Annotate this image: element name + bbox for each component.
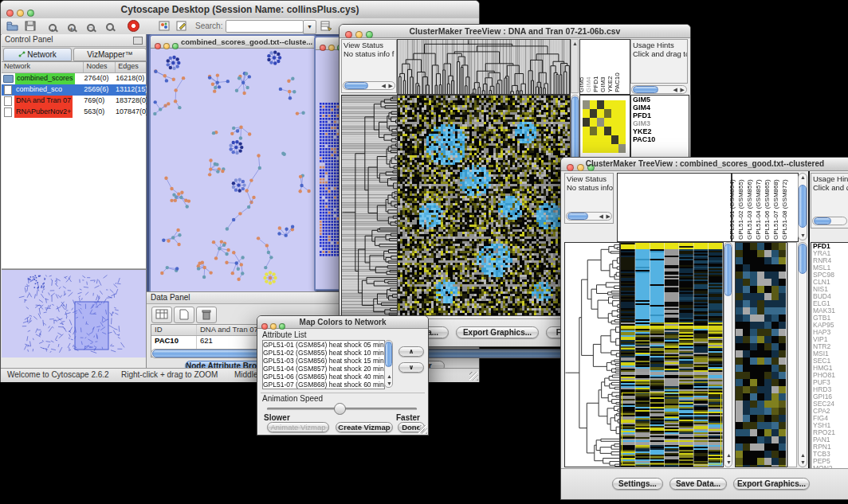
zoom-in-icon[interactable]: + [65, 20, 78, 32]
tv1-column-dendrogram[interactable] [397, 39, 571, 95]
tv2-heatmap[interactable] [620, 242, 724, 467]
network1-titlebar[interactable]: combined_scores_good.txt--cluste... [151, 36, 315, 49]
tv2-col-label[interactable]: GPL51-04 (GSM857) [755, 179, 762, 240]
tv1-zoom-cell [611, 100, 618, 109]
network-edges-count: 16218(0) [116, 73, 146, 84]
annotation-icon[interactable] [175, 20, 188, 32]
tv1-zoom-cell [611, 109, 618, 118]
tv1-row-label[interactable]: GIM3 [631, 119, 689, 127]
dialog-titlebar[interactable]: Map Colors to Network [257, 316, 428, 329]
save-session-icon[interactable] [23, 20, 37, 32]
tv2-settings-button[interactable]: Settings... [612, 478, 663, 490]
float-panel-icon[interactable] [133, 37, 143, 45]
move-up-button[interactable]: ∧ [398, 346, 424, 357]
network-table-row[interactable]: DNA and Tran 07769(0)183728(0) [2, 96, 146, 107]
help-lifering-icon[interactable] [127, 20, 140, 32]
search-input[interactable] [226, 20, 304, 33]
network-table-row[interactable]: RNAPuberNov2+563(0)107847(0) [2, 107, 146, 118]
tv2-top-vscrollbar[interactable]: ▲ ▼ [798, 173, 807, 240]
birdseye-canvas[interactable] [2, 270, 145, 357]
network-table-row[interactable]: combined_sco2569(6)13112(15) [2, 84, 146, 96]
tv1-zoom-cell [604, 109, 611, 118]
tv1-row-label[interactable]: PFD1 [631, 111, 689, 119]
tv1-heatmap[interactable] [397, 95, 571, 316]
attribute-list-item[interactable]: GPL51-03 (GSM856) heat shock 15 min [263, 357, 384, 365]
tv2-save-data-button[interactable]: Save Data... [669, 478, 727, 490]
open-session-icon[interactable] [6, 20, 19, 32]
attribute-list-scrollbar[interactable]: ▲ ▼ [384, 340, 393, 388]
tv1-row-label[interactable]: PAC10 [631, 135, 689, 143]
create-vizmap-button[interactable]: Create Vizmap [336, 422, 393, 432]
tab-network[interactable]: Network [3, 48, 72, 61]
search-dropdown-arrow[interactable]: ▼ [303, 20, 316, 34]
tv1-export-graphics-button[interactable]: Export Graphics... [456, 326, 539, 338]
treeview2-titlebar[interactable]: ClusterMaker TreeView : combined_scores_… [561, 158, 848, 171]
zoom-out-icon[interactable]: - [45, 20, 59, 32]
attribute-list[interactable]: GPL51-01 (GSM854) heat shock 05 minGPL51… [262, 340, 385, 389]
tv2-col-label[interactable]: GPL51-03 (GSM856) [746, 179, 753, 240]
tv2-col-label[interactable]: GPL51-06 (GSM865) [764, 179, 771, 240]
tv2-column-dendrogram-area[interactable] [617, 173, 732, 242]
new-attribute-icon[interactable] [174, 307, 194, 323]
birdseye-view[interactable] [2, 269, 146, 357]
delete-attribute-icon[interactable] [196, 307, 217, 323]
zoom-button[interactable] [172, 43, 179, 49]
zoom-selected-icon[interactable] [103, 20, 116, 32]
tv1-usage-hints: Usage Hints Click and drag to [630, 39, 688, 84]
tv2-hints-hscrollbar[interactable] [812, 217, 847, 225]
tv2-splitter[interactable] [787, 242, 797, 467]
tv1-row-label[interactable]: YKE2 [631, 127, 689, 135]
animate-vizmap-button[interactable]: Animate Vizmap [267, 422, 329, 432]
attribute-list-item[interactable]: GPL51-06 (GSM865) heat shock 40 min [263, 373, 384, 381]
attribute-select-icon[interactable] [151, 307, 172, 323]
attribute-list-item[interactable]: GPL51-01 (GSM854) heat shock 05 min [263, 341, 384, 349]
network-edges-count: 107847(0) [116, 107, 146, 118]
tv2-main-vscrollbar[interactable]: ▲ ▼ [724, 242, 732, 467]
minimize-button[interactable] [163, 43, 170, 49]
tv1-row-label[interactable]: GIM4 [631, 104, 689, 111]
tv2-col-label[interactable]: GPL51-08 (GSM872) [781, 179, 788, 240]
network-nodes-count: 2764(0) [84, 73, 116, 84]
tv2-list-vscrollbar[interactable]: ▲ ▼ [798, 242, 807, 467]
network-table-row[interactable]: combined_scores2764(0)16218(0) [2, 73, 146, 84]
tv2-col-label[interactable]: GPL51-01 (GSM854) [728, 179, 736, 240]
attribute-browser-icon[interactable] [320, 20, 333, 32]
tv2-col-label[interactable]: GPL51-07 (GSM868) [772, 179, 779, 240]
tv2-gene-list[interactable]: PFD1YRA1RNR4MSL1SPC98CLN1NIS1BUD4ELG1MAK… [811, 242, 848, 469]
minimize-button[interactable] [328, 45, 335, 51]
tv2-col-label[interactable]: GPL51-02 (GSM855) [737, 179, 744, 240]
tv2-export-graphics-button[interactable]: Export Graphics... [733, 478, 810, 490]
main-titlebar[interactable]: Cytoscape Desktop (Session Name: collins… [1, 1, 479, 19]
close-button[interactable] [155, 43, 161, 49]
tv1-zoom-cell [611, 118, 618, 127]
tab-vizmapper[interactable]: VizMapper™ [73, 48, 147, 61]
tv1-col-label[interactable]: PFD1 [592, 76, 599, 92]
resize-grip[interactable] [418, 425, 427, 434]
tv1-col-label[interactable]: YKE2 [607, 76, 614, 92]
network1-canvas[interactable] [151, 49, 312, 290]
tv1-col-label[interactable]: GIM3 [599, 76, 607, 92]
tv1-status-hscrollbar[interactable]: ◀ ▶ [343, 81, 395, 90]
tv1-row-dendrogram[interactable] [341, 95, 398, 316]
tv1-zoom-heatmap[interactable] [583, 100, 626, 153]
tv2-status-hscrollbar[interactable]: ◀ ▶ [566, 212, 612, 221]
attribute-list-item[interactable]: GPL51-07 (GSM868) heat shock 60 min [263, 381, 384, 389]
move-down-button[interactable]: ∨ [398, 362, 424, 373]
treeview1-titlebar[interactable]: ClusterMaker TreeView : DNA and Tran 07-… [340, 25, 690, 38]
attribute-list-item[interactable]: GPL51-02 (GSM855) heat shock 10 min [263, 349, 384, 357]
tv1-col-label[interactable]: GIM5 [578, 76, 585, 92]
tv1-zoom-cell [604, 144, 611, 153]
speed-slider-thumb[interactable] [334, 403, 346, 415]
tv1-col-label[interactable]: GIM4 [585, 76, 592, 92]
tv2-zoom-heatmap[interactable] [735, 242, 787, 467]
vizmapper-icon[interactable] [157, 20, 171, 32]
tv1-row-label[interactable]: GIM5 [631, 96, 689, 104]
attribute-list-item[interactable]: GPL51-04 (GSM857) heat shock 20 min [263, 365, 384, 373]
zoom-fit-icon[interactable]: □ [84, 20, 97, 32]
tv1-col-label[interactable]: PAC10 [614, 72, 621, 92]
resize-grip[interactable] [469, 372, 478, 381]
tv1-hints-hscrollbar[interactable]: ◀ ▶ [631, 85, 687, 94]
close-button[interactable] [320, 45, 326, 51]
tv2-row-dendrogram[interactable] [564, 242, 620, 467]
tv1-zoom-cell [597, 135, 604, 144]
